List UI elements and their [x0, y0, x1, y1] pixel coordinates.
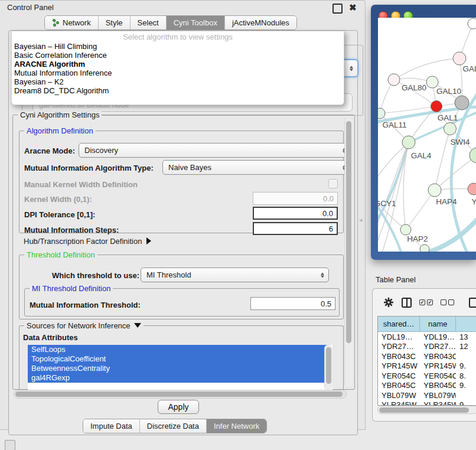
- tab-cyni-toolbox[interactable]: Cyni Toolbox: [167, 16, 225, 30]
- hub-tf-definition-toggle[interactable]: Hub/Transcription Factor Definition: [24, 237, 151, 246]
- table-panel-toolbar: ✓✓: [373, 289, 476, 316]
- aracne-mode-combo[interactable]: Discovery: [79, 143, 351, 158]
- corner-widget[interactable]: [5, 440, 15, 450]
- tab-select[interactable]: Select: [131, 16, 167, 30]
- tab-label: Select: [138, 18, 159, 27]
- node-label: GAL11: [382, 120, 406, 129]
- network-view-window: GALGAL80GAL10GAL1GAL11SWI4GAL4GCY1HAP4YH…: [371, 5, 476, 260]
- network-node[interactable]: [428, 184, 441, 197]
- dropdown-item[interactable]: Basic Correlation Inference: [12, 51, 344, 60]
- network-node[interactable]: [426, 76, 438, 88]
- attribute-item[interactable]: gal4RGexp: [28, 373, 328, 383]
- kernel-width-label: Kernel Width (0,1):: [24, 195, 92, 204]
- network-node[interactable]: [468, 18, 476, 29]
- node-label: Y: [471, 197, 476, 206]
- network-node[interactable]: [420, 244, 429, 252]
- data-attributes-list[interactable]: SelfLoopsTopologicalCoefficientBetweenne…: [28, 345, 332, 390]
- network-canvas[interactable]: GALGAL80GAL10GAL1GAL11SWI4GAL4GCY1HAP4YH…: [378, 18, 476, 252]
- column-header[interactable]: name: [420, 317, 456, 331]
- select-all-icon[interactable]: ✓✓: [419, 299, 433, 305]
- apply-button-label: Apply: [168, 402, 188, 412]
- dropdown-item[interactable]: Dream8 DC_TDC Algorithm: [12, 86, 344, 95]
- dropdown-item[interactable]: ARACNE Algorithm: [12, 60, 344, 69]
- network-node[interactable]: [400, 224, 411, 235]
- network-node[interactable]: [388, 74, 400, 86]
- algorithm-definition-title: Algorithm Definition: [24, 126, 96, 135]
- control-panel-window: Control Panel ✖ NetworkStyleSelectCyni T…: [0, 0, 366, 430]
- sources-group: Sources for Network Inference Data Attri…: [19, 325, 344, 390]
- mi-threshold-field[interactable]: 0.5: [250, 297, 335, 310]
- aracne-mode-label: Aracne Mode:: [24, 146, 75, 155]
- network-edge[interactable]: [378, 142, 409, 192]
- kernel-width-value: 0.0: [323, 194, 334, 203]
- table-cell: 8.: [456, 371, 476, 380]
- network-node[interactable]: [455, 96, 469, 110]
- network-node[interactable]: [453, 52, 466, 65]
- tab-discretize-data[interactable]: Discretize Data: [140, 419, 207, 433]
- table-row[interactable]: YBL079WYBL079W: [378, 390, 476, 400]
- network-edge[interactable]: [394, 58, 459, 80]
- panel-splitter-arrow-icon[interactable]: ◂: [359, 216, 363, 224]
- network-edge[interactable]: [435, 129, 450, 190]
- network-node[interactable]: [468, 183, 476, 195]
- table-panel-title: Table Panel: [376, 275, 416, 284]
- mi-type-combo[interactable]: Naive Bayes: [162, 160, 351, 175]
- table-row[interactable]: YBR045CYBR045C9.: [378, 381, 476, 391]
- sources-group-title[interactable]: Sources for Network Inference: [24, 321, 144, 330]
- network-node[interactable]: [444, 123, 457, 135]
- table-row[interactable]: YDL19…YDL19…13: [378, 332, 476, 342]
- settings-horizontal-scrollbar[interactable]: [14, 390, 347, 399]
- mi-steps-value: 6: [329, 224, 333, 233]
- new-table-icon[interactable]: [469, 298, 476, 308]
- which-threshold-value: MI Threshold: [146, 270, 191, 279]
- dropdown-item[interactable]: Mutual Information Inference: [12, 69, 344, 77]
- dropdown-item[interactable]: Bayesian – Hill Climbing: [12, 42, 344, 51]
- dropdown-item[interactable]: Bayesian – K2: [12, 77, 344, 86]
- attribute-item[interactable]: BetweennessCentrality: [28, 364, 328, 373]
- deselect-all-icon[interactable]: [441, 299, 454, 305]
- column-header[interactable]: [456, 317, 476, 331]
- settings-vertical-scrollbar[interactable]: [344, 118, 353, 387]
- node-table[interactable]: shared…name YDL19…YDL19…13YDR27…YDR27…12…: [377, 316, 476, 406]
- column-layout-icon[interactable]: [402, 298, 412, 308]
- close-icon[interactable]: ✖: [349, 4, 357, 11]
- table-row[interactable]: YBR043CYBR043C: [378, 351, 476, 361]
- tab-network[interactable]: Network: [45, 16, 99, 30]
- network-icon: [52, 19, 60, 27]
- table-row[interactable]: YPR145WYPR145W9.: [378, 361, 476, 371]
- manual-kernel-checkbox[interactable]: [328, 179, 338, 188]
- expanded-arrow-icon: [134, 323, 141, 328]
- table-cell: 9.: [456, 361, 476, 370]
- attribute-item[interactable]: TopologicalCoefficient: [28, 354, 328, 364]
- table-row[interactable]: YER054CYER054C8.: [378, 371, 476, 381]
- tab-impute-data[interactable]: Impute Data: [83, 419, 140, 433]
- dpi-tolerance-label: DPI Tolerance [0,1]:: [24, 210, 95, 219]
- which-threshold-combo[interactable]: MI Threshold: [141, 268, 329, 282]
- network-node[interactable]: [431, 101, 442, 112]
- kernel-width-field[interactable]: 0.0: [253, 192, 338, 205]
- table-row[interactable]: YLR345WYLR345W9.: [378, 400, 476, 406]
- attr-list-scrollbar[interactable]: [324, 345, 332, 390]
- network-node[interactable]: [402, 136, 415, 149]
- table-horizontal-scrollbar[interactable]: [377, 406, 476, 414]
- table-panel: ✓✓ shared…name YDL19…YDL19…13YDR27…YDR27…: [372, 288, 476, 422]
- node-label: GCY1: [378, 199, 396, 208]
- tab-infer-network[interactable]: Infer Network: [207, 419, 266, 433]
- dropdown-placeholder: Select algorithm to view settings: [12, 32, 344, 42]
- column-header[interactable]: shared…: [378, 317, 420, 331]
- mi-threshold-definition-title: MI Threshold Definition: [30, 284, 113, 293]
- network-edge-thick[interactable]: [378, 142, 409, 231]
- collapsed-arrow-icon: [146, 237, 151, 244]
- cyni-algorithm-settings-group: Cyni Algorithm Settings Algorithm Defini…: [12, 115, 355, 390]
- table-row[interactable]: YDR27…YDR27…12: [378, 342, 476, 352]
- float-window-icon[interactable]: [332, 4, 343, 14]
- tab-style[interactable]: Style: [99, 16, 131, 30]
- attribute-item[interactable]: SelfLoops: [28, 345, 328, 354]
- apply-button[interactable]: Apply: [158, 400, 199, 414]
- mi-steps-field[interactable]: 6: [253, 222, 338, 235]
- network-edge[interactable]: [406, 190, 435, 230]
- tab-jactivemnodules[interactable]: jActiveMNodules: [225, 16, 296, 30]
- mi-type-label: Mutual Information Algorithm Type:: [24, 164, 154, 172]
- settings-gear-icon[interactable]: [383, 297, 394, 308]
- dpi-tolerance-field[interactable]: 0.0: [253, 207, 338, 220]
